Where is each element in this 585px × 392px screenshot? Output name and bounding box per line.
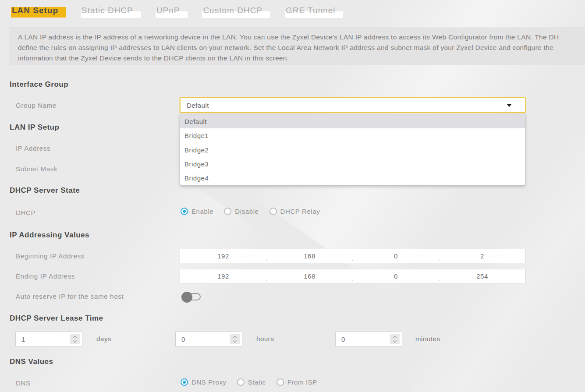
- ip-dot-separator: .: [438, 275, 440, 283]
- ip-dot-separator: .: [351, 255, 354, 262]
- ip-dot-separator: .: [438, 255, 440, 262]
- beginning-ip-octet-3[interactable]: 0: [353, 249, 439, 263]
- beginning-ip-label: Beginning IP Address: [16, 252, 85, 260]
- dns-from-isp-label: From ISP: [287, 378, 317, 386]
- beginning-ip-field: 192 168 0 2 . . .: [180, 249, 526, 263]
- beginning-ip-octet-4[interactable]: 2: [439, 249, 525, 263]
- tab-gre-tunnel[interactable]: GRE Tunnel: [285, 5, 344, 19]
- dhcp-label: DHCP: [16, 209, 35, 216]
- beginning-ip-octet-1[interactable]: 192: [180, 249, 266, 263]
- dhcp-enable-radio[interactable]: Enable: [181, 208, 213, 215]
- toggle-knob-icon: [181, 292, 192, 303]
- ending-ip-octet-1[interactable]: 192: [180, 269, 266, 283]
- dhcp-relay-label: DHCP Relay: [280, 208, 320, 215]
- lease-minutes-value[interactable]: 0: [336, 335, 390, 343]
- section-heading-ip-addressing: IP Addressing Values: [10, 231, 89, 240]
- section-heading-dns-values: DNS Values: [10, 357, 53, 366]
- stepper-buttons[interactable]: [70, 334, 80, 344]
- ending-ip-octet-3[interactable]: 0: [353, 269, 439, 283]
- info-line-2: define the rules on assigning IP address…: [18, 42, 585, 53]
- lan-setup-page: LAN Setup Static DHCP UPnP Custom DHCP G…: [0, 0, 585, 392]
- subnet-mask-label: Subnet Mask: [16, 165, 57, 173]
- ending-ip-label: Ending IP Address: [16, 272, 75, 280]
- info-line-1: A LAN IP address is the IP address of a …: [18, 32, 585, 42]
- lease-days-value[interactable]: 1: [16, 335, 70, 343]
- radio-icon: [237, 378, 245, 386]
- dns-label: DNS: [16, 379, 31, 387]
- radio-icon: [224, 208, 231, 215]
- stepper-buttons[interactable]: [390, 334, 400, 344]
- ending-ip-field: 192 168 0 254 . . .: [180, 269, 526, 283]
- ip-address-label: IP Address: [16, 145, 50, 152]
- dns-static-radio[interactable]: Static: [237, 378, 266, 386]
- dns-from-isp-radio[interactable]: From ISP: [277, 378, 317, 386]
- dhcp-relay-radio[interactable]: DHCP Relay: [269, 208, 320, 215]
- dhcp-disable-radio[interactable]: Disable: [224, 208, 259, 215]
- tab-custom-dhcp[interactable]: Custom DHCP: [202, 5, 270, 19]
- radio-icon: [277, 378, 284, 386]
- lease-days-unit: days: [96, 335, 111, 343]
- section-heading-interface-group: Interface Group: [10, 80, 68, 89]
- lease-minutes-stepper[interactable]: 0: [335, 332, 402, 346]
- auto-reserve-label: Auto reserve IP for the same host: [16, 293, 124, 300]
- lease-days-stepper[interactable]: 1: [15, 332, 82, 346]
- ip-dot-separator: .: [351, 275, 354, 283]
- lease-minutes-unit: minutes: [415, 335, 440, 343]
- tab-lan-setup[interactable]: LAN Setup: [11, 5, 66, 19]
- group-name-label: Group Name: [16, 102, 57, 109]
- lease-hours-unit: hours: [256, 335, 274, 343]
- beginning-ip-octet-2[interactable]: 168: [266, 249, 353, 263]
- radio-icon: [269, 208, 277, 215]
- radio-icon: [181, 208, 188, 215]
- dns-proxy-radio[interactable]: DNS Proxy: [181, 378, 227, 386]
- lease-hours-value[interactable]: 0: [176, 335, 230, 343]
- dropdown-option-bridge2[interactable]: Bridge2: [180, 143, 525, 157]
- radio-icon: [181, 378, 188, 386]
- tab-bar: LAN Setup Static DHCP UPnP Custom DHCP G…: [0, 0, 585, 19]
- ending-ip-octet-2[interactable]: 168: [266, 269, 353, 283]
- tab-upnp[interactable]: UPnP: [156, 5, 188, 19]
- section-heading-lease-time: DHCP Server Lease Time: [10, 314, 103, 323]
- auto-reserve-toggle[interactable]: [181, 293, 201, 300]
- group-name-select[interactable]: Default: [180, 97, 526, 113]
- ip-dot-separator: .: [265, 275, 268, 283]
- stepper-buttons[interactable]: [230, 334, 240, 344]
- tab-static-dhcp[interactable]: Static DHCP: [81, 5, 141, 19]
- dropdown-option-bridge3[interactable]: Bridge3: [180, 157, 525, 171]
- ending-ip-octet-4[interactable]: 254: [439, 269, 525, 283]
- section-heading-dhcp-server-state: DHCP Server State: [10, 186, 80, 195]
- info-panel: A LAN IP address is the IP address of a …: [10, 28, 585, 65]
- info-line-3: information that the Zyxel Device sends …: [18, 53, 585, 64]
- dns-proxy-label: DNS Proxy: [191, 378, 227, 386]
- dropdown-option-default[interactable]: Default: [180, 114, 525, 128]
- dhcp-disable-label: Disable: [235, 208, 259, 215]
- chevron-down-icon: [393, 339, 397, 342]
- dropdown-option-bridge1[interactable]: Bridge1: [180, 128, 525, 142]
- dns-static-label: Static: [248, 378, 266, 386]
- section-heading-lan-ip-setup: LAN IP Setup: [10, 123, 59, 132]
- dropdown-option-bridge4[interactable]: Bridge4: [180, 171, 525, 185]
- dns-radio-group: DNS Proxy Static From ISP: [181, 378, 317, 386]
- group-name-select-value: Default: [187, 102, 209, 109]
- chevron-down-icon: [233, 339, 237, 342]
- chevron-down-icon: [73, 339, 77, 342]
- lease-hours-stepper[interactable]: 0: [175, 332, 242, 346]
- dhcp-enable-label: Enable: [191, 208, 213, 215]
- chevron-down-icon: [507, 104, 512, 107]
- group-name-dropdown: Default Bridge1 Bridge2 Bridge3 Bridge4: [180, 114, 525, 186]
- dhcp-radio-group: Enable Disable DHCP Relay: [181, 208, 320, 215]
- ip-dot-separator: .: [265, 255, 268, 262]
